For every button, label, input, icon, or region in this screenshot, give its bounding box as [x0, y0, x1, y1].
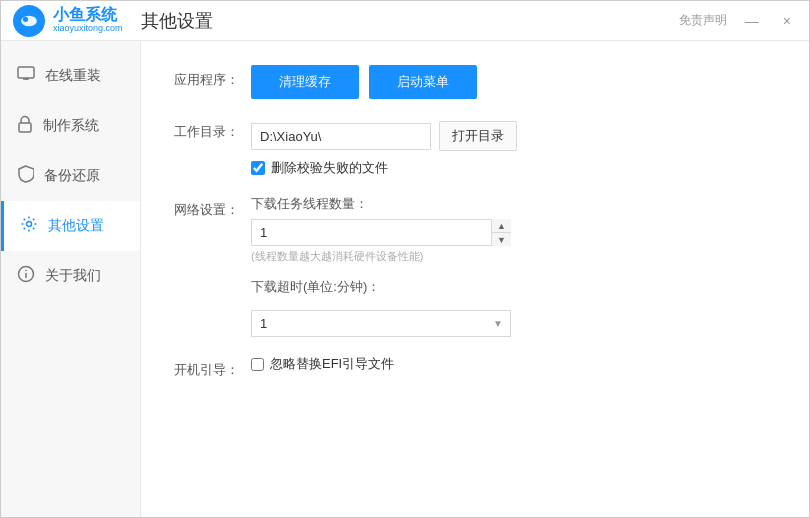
disclaimer-link[interactable]: 免责声明: [679, 12, 727, 29]
app-buttons-row: 清理缓存 启动菜单: [251, 65, 779, 99]
titlebar-right: 免责声明 — ×: [679, 11, 797, 31]
sidebar-label-about-us: 关于我们: [45, 267, 101, 285]
launch-menu-button[interactable]: 启动菜单: [369, 65, 477, 99]
brand-text: 小鱼系统 xiaoyuxitong.com: [53, 7, 123, 34]
svg-point-2: [23, 16, 28, 21]
thread-count-spinbox: ▲ ▼: [251, 219, 511, 246]
sidebar-item-make-system[interactable]: 制作系统: [1, 101, 140, 151]
delete-failed-row: 删除校验失败的文件: [251, 159, 779, 177]
app-section-label: 应用程序：: [171, 65, 251, 89]
network-section-row: 网络设置： 下载任务线程数量： ▲ ▼ (线程数量越大越消耗硬件设备性能) 下载…: [171, 195, 779, 337]
delete-failed-label: 删除校验失败的文件: [271, 159, 388, 177]
svg-point-3: [32, 16, 36, 20]
network-section-label: 网络设置：: [171, 195, 251, 219]
page-title: 其他设置: [141, 9, 213, 33]
app-section-content: 清理缓存 启动菜单: [251, 65, 779, 99]
sidebar-label-backup-restore: 备份还原: [44, 167, 100, 185]
main-window: 小鱼系统 xiaoyuxitong.com 其他设置 免责声明 — ×: [0, 0, 810, 518]
sidebar-item-other-settings[interactable]: 其他设置: [1, 201, 140, 251]
lock-icon: [17, 115, 33, 137]
boot-section-content: 忽略替换EFI引导文件: [251, 355, 779, 373]
workdir-content: 打开目录 删除校验失败的文件: [251, 117, 779, 177]
sidebar-label-online-reinstall: 在线重装: [45, 67, 101, 85]
open-dir-button[interactable]: 打开目录: [439, 121, 517, 151]
main-layout: 在线重装 制作系统 备份还原: [1, 41, 809, 517]
delete-failed-checkbox[interactable]: [251, 161, 265, 175]
timeout-select-wrap: 1 2 5 10 ▼: [251, 310, 511, 337]
timeout-select[interactable]: 1 2 5 10: [251, 310, 511, 337]
boot-section-row: 开机引导： 忽略替换EFI引导文件: [171, 355, 779, 379]
logo-icon: [13, 5, 45, 37]
svg-rect-7: [19, 123, 31, 132]
spinbox-buttons: ▲ ▼: [491, 219, 511, 246]
brand-name: 小鱼系统: [53, 7, 123, 23]
app-section-row: 应用程序： 清理缓存 启动菜单: [171, 65, 779, 99]
network-section-content: 下载任务线程数量： ▲ ▼ (线程数量越大越消耗硬件设备性能) 下载超时(单位:…: [251, 195, 779, 337]
sidebar-label-other-settings: 其他设置: [48, 217, 104, 235]
svg-point-8: [27, 222, 32, 227]
ignore-replace-checkbox[interactable]: [251, 358, 264, 371]
thread-count-label: 下载任务线程数量：: [251, 195, 779, 213]
spinbox-up-button[interactable]: ▲: [491, 219, 511, 233]
workdir-section-row: 工作目录： 打开目录 删除校验失败的文件: [171, 117, 779, 177]
timeout-label: 下载超时(单位:分钟)：: [251, 278, 779, 296]
thread-count-input[interactable]: [251, 219, 511, 246]
sidebar-item-online-reinstall[interactable]: 在线重装: [1, 51, 140, 101]
titlebar-left: 小鱼系统 xiaoyuxitong.com 其他设置: [13, 5, 213, 37]
titlebar: 小鱼系统 xiaoyuxitong.com 其他设置 免责声明 — ×: [1, 1, 809, 41]
content-area: 应用程序： 清理缓存 启动菜单 工作目录： 打开目录: [141, 41, 809, 517]
clear-cache-button[interactable]: 清理缓存: [251, 65, 359, 99]
info-icon: [17, 265, 35, 287]
workdir-label: 工作目录：: [171, 117, 251, 141]
sidebar: 在线重装 制作系统 备份还原: [1, 41, 141, 517]
spinbox-down-button[interactable]: ▼: [491, 233, 511, 246]
workdir-input[interactable]: [251, 123, 431, 150]
monitor-icon: [17, 65, 35, 87]
svg-rect-4: [18, 67, 34, 78]
minimize-button[interactable]: —: [739, 11, 765, 31]
shield-icon: [17, 165, 34, 187]
ignore-replace-label: 忽略替换EFI引导文件: [270, 355, 394, 373]
sidebar-item-about-us[interactable]: 关于我们: [1, 251, 140, 301]
sidebar-label-make-system: 制作系统: [43, 117, 99, 135]
thread-count-hint: (线程数量越大越消耗硬件设备性能): [251, 249, 779, 264]
sidebar-item-backup-restore[interactable]: 备份还原: [1, 151, 140, 201]
gear-icon: [20, 215, 38, 237]
workdir-row: 打开目录: [251, 121, 779, 151]
svg-point-11: [25, 270, 27, 272]
close-button[interactable]: ×: [777, 11, 797, 31]
brand-url: xiaoyuxitong.com: [53, 23, 123, 34]
ignore-replace-row: 忽略替换EFI引导文件: [251, 355, 779, 373]
boot-section-label: 开机引导：: [171, 355, 251, 379]
